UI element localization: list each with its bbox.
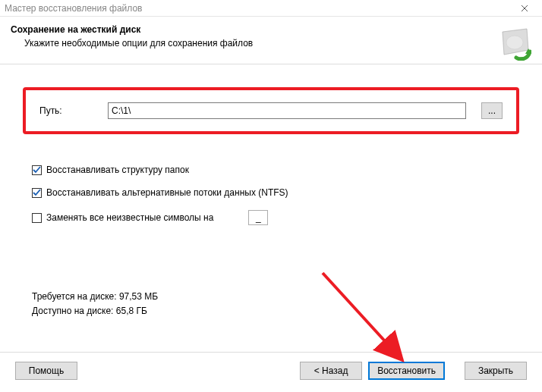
- wizard-footer: Помощь < Назад Восстановить Закрыть: [0, 352, 542, 389]
- replace-char-input[interactable]: [248, 210, 268, 225]
- checkmark-icon: [33, 189, 41, 197]
- disk-stats: Требуется на диске: 97,53 МБ Доступно на…: [32, 290, 158, 318]
- restore-folders-row: Восстанавливать структуру папок: [32, 165, 519, 175]
- back-button[interactable]: < Назад: [300, 362, 362, 380]
- restore-folders-checkbox[interactable]: [32, 165, 42, 175]
- page-subtitle: Укажите необходимые опции для сохранения…: [24, 38, 531, 49]
- close-icon: [521, 5, 528, 12]
- restore-ads-label: Восстанавливать альтернативные потоки да…: [46, 187, 288, 198]
- restore-ads-checkbox[interactable]: [32, 188, 42, 198]
- checkmark-icon: [33, 166, 41, 174]
- options-group: Восстанавливать структуру папок Восстана…: [32, 165, 519, 225]
- required-space-label: Требуется на диске:: [32, 291, 117, 302]
- required-space-value: 97,53 МБ: [119, 291, 158, 302]
- replace-unknown-row: Заменять все неизвестные символы на: [32, 210, 519, 225]
- available-space-value: 65,8 ГБ: [116, 306, 147, 316]
- path-input[interactable]: [108, 102, 466, 119]
- available-space-row: Доступно на диске: 65,8 ГБ: [32, 304, 158, 318]
- path-label: Путь:: [39, 105, 93, 116]
- window-title: Мастер восстановления файлов: [5, 3, 512, 14]
- replace-unknown-checkbox[interactable]: [32, 213, 42, 223]
- wizard-header: Сохранение на жесткий диск Укажите необх…: [0, 17, 542, 64]
- replace-unknown-label: Заменять все неизвестные символы на: [46, 212, 213, 223]
- path-highlight-box: Путь: ...: [23, 87, 519, 134]
- available-space-label: Доступно на диске:: [32, 306, 113, 316]
- hard-drive-icon: [498, 27, 531, 61]
- close-window-button[interactable]: [512, 1, 537, 16]
- restore-ads-row: Восстанавливать альтернативные потоки да…: [32, 187, 519, 198]
- close-button[interactable]: Закрыть: [465, 362, 527, 380]
- titlebar: Мастер восстановления файлов: [0, 0, 542, 17]
- svg-point-0: [506, 36, 523, 49]
- recover-button[interactable]: Восстановить: [368, 362, 445, 380]
- browse-button[interactable]: ...: [481, 102, 503, 119]
- help-button[interactable]: Помощь: [15, 362, 77, 380]
- page-title: Сохранение на жесткий диск: [11, 24, 531, 35]
- wizard-body: Путь: ... Восстанавливать структуру папо…: [0, 64, 542, 352]
- restore-folders-label: Восстанавливать структуру папок: [46, 165, 189, 175]
- required-space-row: Требуется на диске: 97,53 МБ: [32, 290, 158, 304]
